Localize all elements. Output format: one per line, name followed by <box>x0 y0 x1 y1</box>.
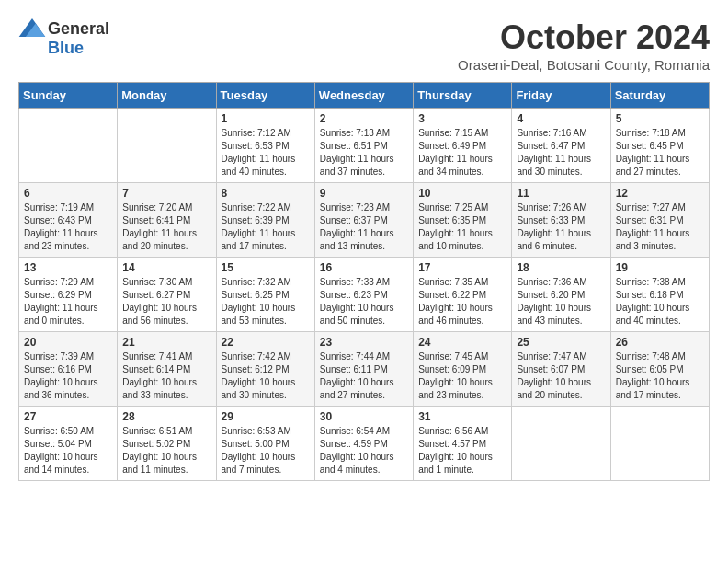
cell-sun-info: Sunrise: 7:29 AMSunset: 6:29 PMDaylight:… <box>24 276 112 327</box>
day-number: 18 <box>517 261 605 274</box>
day-number: 27 <box>24 410 112 423</box>
cell-sun-info: Sunrise: 7:26 AMSunset: 6:33 PMDaylight:… <box>517 201 605 253</box>
calendar-cell <box>118 109 216 183</box>
cell-sun-info: Sunrise: 7:16 AMSunset: 6:47 PMDaylight:… <box>517 127 605 178</box>
calendar-cell: 16Sunrise: 7:33 AMSunset: 6:23 PMDayligh… <box>314 258 413 332</box>
day-number: 31 <box>418 410 506 423</box>
header-sunday: Sunday <box>19 83 118 109</box>
calendar-week-2: 6Sunrise: 7:19 AMSunset: 6:43 PMDaylight… <box>19 183 710 258</box>
location-subtitle: Oraseni-Deal, Botosani County, Romania <box>458 57 710 73</box>
day-number: 29 <box>222 410 310 423</box>
day-number: 30 <box>320 410 408 423</box>
cell-sun-info: Sunrise: 7:35 AMSunset: 6:22 PMDaylight:… <box>418 276 506 327</box>
day-number: 17 <box>418 261 506 274</box>
logo-icon <box>18 18 46 37</box>
calendar-cell: 1Sunrise: 7:12 AMSunset: 6:53 PMDaylight… <box>216 109 314 183</box>
logo-blue-text: Blue <box>48 39 84 58</box>
calendar-cell: 24Sunrise: 7:45 AMSunset: 6:09 PMDayligh… <box>414 332 512 407</box>
day-number: 5 <box>616 112 704 125</box>
cell-sun-info: Sunrise: 7:23 AMSunset: 6:37 PMDaylight:… <box>320 201 408 253</box>
cell-sun-info: Sunrise: 7:32 AMSunset: 6:25 PMDaylight:… <box>222 276 310 327</box>
calendar-cell: 23Sunrise: 7:44 AMSunset: 6:11 PMDayligh… <box>314 332 413 407</box>
calendar-cell: 27Sunrise: 6:50 AMSunset: 5:04 PMDayligh… <box>19 407 118 481</box>
calendar-cell: 7Sunrise: 7:20 AMSunset: 6:41 PMDaylight… <box>118 183 216 258</box>
page-header: General Blue October 2024 Oraseni-Deal, … <box>18 18 710 73</box>
calendar-cell: 18Sunrise: 7:36 AMSunset: 6:20 PMDayligh… <box>512 258 610 332</box>
day-number: 12 <box>616 187 704 200</box>
calendar-cell: 17Sunrise: 7:35 AMSunset: 6:22 PMDayligh… <box>414 258 512 332</box>
cell-sun-info: Sunrise: 7:27 AMSunset: 6:31 PMDaylight:… <box>616 201 704 253</box>
day-number: 4 <box>517 112 605 125</box>
header-wednesday: Wednesday <box>314 83 413 109</box>
cell-sun-info: Sunrise: 6:50 AMSunset: 5:04 PMDaylight:… <box>24 425 112 477</box>
cell-sun-info: Sunrise: 7:42 AMSunset: 6:12 PMDaylight:… <box>222 350 310 402</box>
calendar-week-1: 1Sunrise: 7:12 AMSunset: 6:53 PMDaylight… <box>19 109 710 183</box>
calendar-cell: 30Sunrise: 6:54 AMSunset: 4:59 PMDayligh… <box>314 407 413 481</box>
header-thursday: Thursday <box>414 83 512 109</box>
day-number: 9 <box>320 187 408 200</box>
cell-sun-info: Sunrise: 7:41 AMSunset: 6:14 PMDaylight:… <box>122 350 210 402</box>
cell-sun-info: Sunrise: 7:13 AMSunset: 6:51 PMDaylight:… <box>320 127 408 178</box>
calendar-week-3: 13Sunrise: 7:29 AMSunset: 6:29 PMDayligh… <box>19 258 710 332</box>
day-number: 7 <box>122 187 210 200</box>
calendar-cell: 21Sunrise: 7:41 AMSunset: 6:14 PMDayligh… <box>118 332 216 407</box>
calendar-cell: 3Sunrise: 7:15 AMSunset: 6:49 PMDaylight… <box>414 109 512 183</box>
calendar-cell: 28Sunrise: 6:51 AMSunset: 5:02 PMDayligh… <box>118 407 216 481</box>
day-number: 6 <box>24 187 112 200</box>
calendar-cell: 5Sunrise: 7:18 AMSunset: 6:45 PMDaylight… <box>610 109 709 183</box>
cell-sun-info: Sunrise: 7:30 AMSunset: 6:27 PMDaylight:… <box>122 276 210 327</box>
cell-sun-info: Sunrise: 7:15 AMSunset: 6:49 PMDaylight:… <box>418 127 506 178</box>
day-number: 28 <box>122 410 210 423</box>
day-number: 8 <box>222 187 310 200</box>
calendar-cell: 4Sunrise: 7:16 AMSunset: 6:47 PMDaylight… <box>512 109 610 183</box>
cell-sun-info: Sunrise: 6:54 AMSunset: 4:59 PMDaylight:… <box>320 425 408 477</box>
day-number: 3 <box>418 112 506 125</box>
calendar-cell: 6Sunrise: 7:19 AMSunset: 6:43 PMDaylight… <box>19 183 118 258</box>
calendar-cell: 19Sunrise: 7:38 AMSunset: 6:18 PMDayligh… <box>610 258 709 332</box>
day-number: 19 <box>616 261 704 274</box>
day-number: 24 <box>418 336 506 349</box>
day-number: 26 <box>616 336 704 349</box>
header-row: Sunday Monday Tuesday Wednesday Thursday… <box>19 83 710 109</box>
cell-sun-info: Sunrise: 6:53 AMSunset: 5:00 PMDaylight:… <box>222 425 310 477</box>
calendar-cell: 2Sunrise: 7:13 AMSunset: 6:51 PMDaylight… <box>314 109 413 183</box>
calendar-cell: 12Sunrise: 7:27 AMSunset: 6:31 PMDayligh… <box>610 183 709 258</box>
calendar-cell: 13Sunrise: 7:29 AMSunset: 6:29 PMDayligh… <box>19 258 118 332</box>
calendar-cell: 10Sunrise: 7:25 AMSunset: 6:35 PMDayligh… <box>414 183 512 258</box>
cell-sun-info: Sunrise: 7:19 AMSunset: 6:43 PMDaylight:… <box>24 201 112 253</box>
cell-sun-info: Sunrise: 7:47 AMSunset: 6:07 PMDaylight:… <box>517 350 605 402</box>
cell-sun-info: Sunrise: 7:36 AMSunset: 6:20 PMDaylight:… <box>517 276 605 327</box>
calendar-body: 1Sunrise: 7:12 AMSunset: 6:53 PMDaylight… <box>19 109 710 481</box>
calendar-cell <box>19 109 118 183</box>
calendar-cell: 15Sunrise: 7:32 AMSunset: 6:25 PMDayligh… <box>216 258 314 332</box>
day-number: 13 <box>24 261 112 274</box>
cell-sun-info: Sunrise: 7:44 AMSunset: 6:11 PMDaylight:… <box>320 350 408 402</box>
cell-sun-info: Sunrise: 7:45 AMSunset: 6:09 PMDaylight:… <box>418 350 506 402</box>
calendar-week-5: 27Sunrise: 6:50 AMSunset: 5:04 PMDayligh… <box>19 407 710 481</box>
cell-sun-info: Sunrise: 7:33 AMSunset: 6:23 PMDaylight:… <box>320 276 408 327</box>
title-block: October 2024 Oraseni-Deal, Botosani Coun… <box>458 18 710 73</box>
header-tuesday: Tuesday <box>216 83 314 109</box>
cell-sun-info: Sunrise: 7:25 AMSunset: 6:35 PMDaylight:… <box>418 201 506 253</box>
cell-sun-info: Sunrise: 7:18 AMSunset: 6:45 PMDaylight:… <box>616 127 704 178</box>
calendar-week-4: 20Sunrise: 7:39 AMSunset: 6:16 PMDayligh… <box>19 332 710 407</box>
calendar-cell: 11Sunrise: 7:26 AMSunset: 6:33 PMDayligh… <box>512 183 610 258</box>
calendar-cell <box>512 407 610 481</box>
day-number: 25 <box>517 336 605 349</box>
day-number: 10 <box>418 187 506 200</box>
cell-sun-info: Sunrise: 7:48 AMSunset: 6:05 PMDaylight:… <box>616 350 704 402</box>
day-number: 15 <box>222 261 310 274</box>
logo-general-text: General <box>48 19 109 39</box>
calendar-header: Sunday Monday Tuesday Wednesday Thursday… <box>19 83 710 109</box>
header-saturday: Saturday <box>610 83 709 109</box>
day-number: 2 <box>320 112 408 125</box>
day-number: 23 <box>320 336 408 349</box>
day-number: 14 <box>122 261 210 274</box>
calendar-table: Sunday Monday Tuesday Wednesday Thursday… <box>18 82 710 481</box>
header-friday: Friday <box>512 83 610 109</box>
header-monday: Monday <box>118 83 216 109</box>
calendar-cell: 29Sunrise: 6:53 AMSunset: 5:00 PMDayligh… <box>216 407 314 481</box>
calendar-cell: 9Sunrise: 7:23 AMSunset: 6:37 PMDaylight… <box>314 183 413 258</box>
cell-sun-info: Sunrise: 6:51 AMSunset: 5:02 PMDaylight:… <box>122 425 210 477</box>
cell-sun-info: Sunrise: 7:20 AMSunset: 6:41 PMDaylight:… <box>122 201 210 253</box>
